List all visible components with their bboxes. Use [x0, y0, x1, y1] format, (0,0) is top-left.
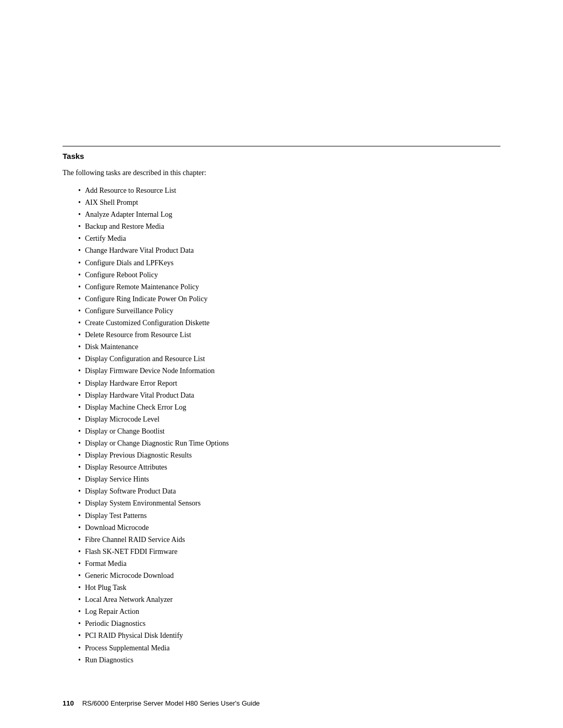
section-title: Tasks: [63, 152, 500, 161]
list-item: Display Software Product Data: [78, 485, 500, 497]
list-item: Display or Change Bootlist: [78, 425, 500, 437]
list-item: Process Supplemental Media: [78, 642, 500, 654]
task-list: Add Resource to Resource ListAIX Shell P…: [78, 184, 500, 666]
list-item: Configure Surveillance Policy: [78, 305, 500, 317]
list-item: Display System Environmental Sensors: [78, 497, 500, 509]
list-item: Format Media: [78, 558, 500, 570]
list-item: Analyze Adapter Internal Log: [78, 208, 500, 220]
list-item: Change Hardware Vital Product Data: [78, 244, 500, 256]
list-item: Configure Dials and LPFKeys: [78, 257, 500, 269]
list-item: PCI RAID Physical Disk Identify: [78, 630, 500, 641]
list-item: Display Hardware Error Report: [78, 377, 500, 389]
list-item: Display or Change Diagnostic Run Time Op…: [78, 437, 500, 449]
list-item: Configure Ring Indicate Power On Policy: [78, 293, 500, 305]
list-item: Generic Microcode Download: [78, 570, 500, 582]
list-item: Display Previous Diagnostic Results: [78, 449, 500, 461]
list-item: Display Firmware Device Node Information: [78, 365, 500, 377]
list-item: Display Configuration and Resource List: [78, 353, 500, 365]
list-item: Run Diagnostics: [78, 654, 500, 666]
list-item: Log Repair Action: [78, 606, 500, 618]
list-item: Display Resource Attributes: [78, 461, 500, 473]
list-item: Local Area Network Analyzer: [78, 594, 500, 606]
list-item: Delete Resource from Resource List: [78, 329, 500, 341]
list-item: Create Customized Configuration Diskette: [78, 317, 500, 329]
list-item: Periodic Diagnostics: [78, 618, 500, 630]
list-item: Backup and Restore Media: [78, 220, 500, 232]
list-item: Fibre Channel RAID Service Aids: [78, 534, 500, 546]
list-item: AIX Shell Prompt: [78, 196, 500, 208]
list-item: Display Microcode Level: [78, 413, 500, 425]
page: Tasks The following tasks are described …: [0, 0, 563, 728]
section-divider: [63, 146, 500, 146]
list-item: Display Machine Check Error Log: [78, 401, 500, 413]
list-item: Hot Plug Task: [78, 582, 500, 594]
footer-page-number: 110: [63, 699, 74, 707]
list-item: Add Resource to Resource List: [78, 184, 500, 196]
intro-text: The following tasks are described in thi…: [63, 169, 500, 177]
list-item: Disk Maintenance: [78, 341, 500, 353]
list-item: Download Microcode: [78, 522, 500, 534]
list-item: Display Hardware Vital Product Data: [78, 389, 500, 401]
list-item: Display Service Hints: [78, 473, 500, 485]
list-item: Configure Remote Maintenance Policy: [78, 281, 500, 293]
list-item: Certify Media: [78, 232, 500, 244]
list-item: Display Test Patterns: [78, 510, 500, 522]
content-area: Tasks The following tasks are described …: [0, 0, 563, 708]
footer-text: RS/6000 Enterprise Server Model H80 Seri…: [82, 699, 260, 707]
list-item: Flash SK-NET FDDI Firmware: [78, 546, 500, 558]
list-item: Configure Reboot Policy: [78, 269, 500, 281]
footer: 110 RS/6000 Enterprise Server Model H80 …: [63, 699, 500, 707]
